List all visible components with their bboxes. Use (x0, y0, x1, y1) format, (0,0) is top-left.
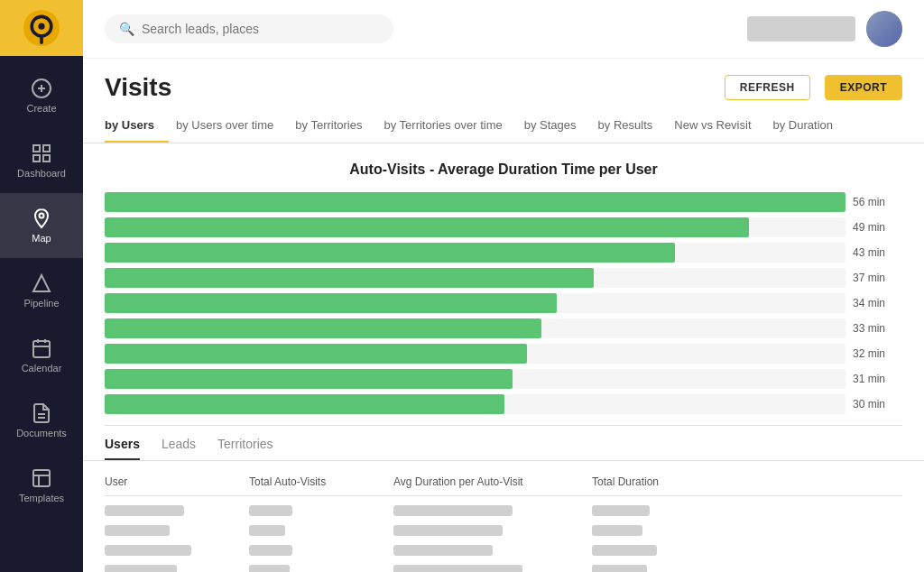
sidebar-item-documents[interactable]: Documents (0, 388, 83, 453)
bar-row: 37 min (105, 268, 902, 288)
sidebar-item-templates[interactable]: Templates (0, 453, 83, 518)
sidebar-item-pipeline[interactable]: Pipeline (0, 258, 83, 323)
svg-point-10 (40, 214, 44, 218)
bar-fill (105, 369, 513, 389)
calendar-icon (31, 337, 52, 359)
skeleton-total (592, 565, 647, 572)
bar-label: 34 min (853, 297, 902, 309)
search-icon: 🔍 (119, 22, 134, 36)
table-rows (105, 505, 902, 572)
bar-label: 33 min (853, 322, 902, 335)
bar-fill (105, 344, 527, 364)
sidebar-item-create[interactable]: Create (0, 63, 83, 128)
skeleton-total (592, 525, 642, 536)
svg-rect-9 (43, 155, 50, 161)
svg-rect-8 (33, 155, 40, 161)
header: 🔍 (83, 0, 924, 59)
tab-by-territories-over-time[interactable]: by Territories over time (383, 109, 516, 143)
documents-icon (31, 402, 52, 424)
sidebar-logo (0, 0, 83, 56)
export-button[interactable]: EXPORT (825, 75, 902, 100)
bar-label: 32 min (853, 347, 902, 360)
page-title: Visits (105, 73, 710, 102)
page-header: Visits REFRESH EXPORT (83, 59, 924, 109)
sidebar-item-calendar-label: Calendar (22, 363, 62, 374)
skeleton-total (592, 505, 650, 516)
table-header-cell: Total Duration (592, 475, 736, 488)
table-row (105, 525, 902, 536)
skeleton-avg (393, 545, 493, 556)
tab-by-users-over-time[interactable]: by Users over time (176, 109, 288, 143)
logo-icon (23, 10, 60, 46)
sidebar-item-dashboard[interactable]: Dashboard (0, 128, 83, 193)
table-row (105, 565, 902, 572)
tab-by-results[interactable]: by Results (598, 109, 668, 143)
skeleton-user (105, 545, 191, 556)
chart-section: Auto-Visits - Average Duration Time per … (83, 143, 924, 425)
skeleton-visits (249, 525, 285, 536)
table-header-cell: Total Auto-Visits (249, 475, 393, 488)
skeleton-avg (393, 505, 513, 516)
skeleton-visits (249, 565, 290, 572)
bar-fill (105, 318, 541, 338)
bar-track (105, 217, 845, 237)
avatar[interactable] (866, 11, 902, 47)
sidebar-item-pipeline-label: Pipeline (23, 298, 59, 309)
bar-label: 56 min (853, 196, 902, 208)
plus-icon (31, 78, 52, 99)
table-header-cell: User (105, 475, 249, 488)
sub-tab-leads[interactable]: Leads (162, 437, 196, 460)
bar-label: 30 min (853, 398, 902, 411)
skeleton-user (105, 565, 177, 572)
bar-fill (105, 268, 594, 288)
sidebar-item-templates-label: Templates (19, 493, 64, 503)
bar-track (105, 192, 845, 212)
bar-track (105, 243, 845, 263)
bar-track (105, 369, 845, 389)
sub-tab-territories[interactable]: Territories (217, 437, 273, 460)
tab-by-users[interactable]: by Users (105, 109, 169, 143)
search-box[interactable]: 🔍 (105, 14, 393, 43)
sub-tab-users[interactable]: Users (105, 437, 140, 460)
templates-icon (31, 467, 52, 489)
refresh-button[interactable]: REFRESH (725, 75, 810, 100)
sidebar-item-map[interactable]: Map (0, 193, 83, 258)
bar-fill (105, 217, 749, 237)
tab-new-vs-revisit[interactable]: New vs Revisit (674, 109, 765, 143)
search-input[interactable] (142, 22, 379, 36)
sidebar-item-dashboard-label: Dashboard (17, 168, 66, 179)
bar-row: 31 min (105, 369, 902, 389)
bar-label: 37 min (853, 272, 902, 284)
bar-track (105, 268, 845, 288)
skeleton-visits (249, 545, 292, 556)
bar-fill (105, 192, 845, 212)
pipeline-icon (31, 272, 52, 294)
tab-by-territories[interactable]: by Territories (295, 109, 376, 143)
bar-label: 49 min (853, 221, 902, 234)
skeleton-user (105, 525, 170, 536)
sidebar-item-calendar[interactable]: Calendar (0, 323, 83, 388)
bar-fill (105, 293, 557, 313)
svg-rect-7 (43, 145, 50, 152)
table-header-cell: Avg Duration per Auto-Visit (393, 475, 592, 488)
bar-fill (105, 243, 675, 263)
tab-by-stages[interactable]: by Stages (524, 109, 591, 143)
svg-rect-18 (33, 470, 50, 486)
bar-row: 34 min (105, 293, 902, 313)
tab-by-duration[interactable]: by Duration (773, 109, 847, 143)
sidebar-nav: Create Dashboard Map Pipeline Calendar D… (0, 56, 83, 518)
map-icon (31, 208, 52, 229)
tabs: by Usersby Users over timeby Territories… (83, 109, 924, 143)
sidebar: Create Dashboard Map Pipeline Calendar D… (0, 0, 83, 572)
sub-tabs: UsersLeadsTerritories (83, 426, 924, 461)
skeleton-user (105, 505, 184, 516)
svg-point-1 (38, 23, 44, 30)
bar-fill (105, 394, 504, 414)
bar-row: 33 min (105, 318, 902, 338)
dashboard-icon (31, 143, 52, 164)
bar-row: 49 min (105, 217, 902, 237)
skeleton-visits (249, 505, 292, 516)
bar-track (105, 344, 845, 364)
svg-rect-6 (33, 145, 40, 152)
bar-chart: 56 min 49 min 43 min 37 min 34 min 33 mi… (105, 192, 902, 414)
